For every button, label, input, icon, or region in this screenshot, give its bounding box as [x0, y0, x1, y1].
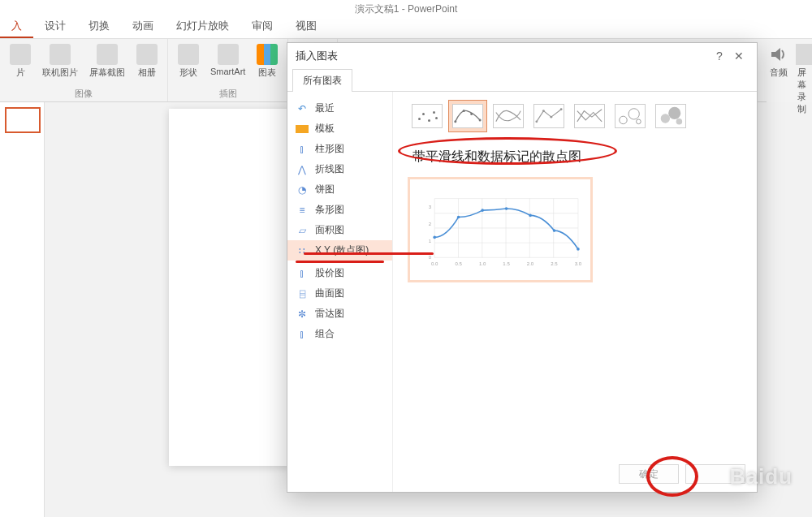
svg-point-5 [542, 110, 545, 112]
ok-button[interactable]: 确定 [619, 464, 679, 484]
subtype-straight-line[interactable] [570, 100, 609, 132]
record-icon [796, 44, 812, 65]
svg-text:0: 0 [429, 255, 432, 260]
svg-point-29 [505, 207, 508, 210]
speaker-icon [768, 44, 789, 65]
category-label: 柱形图 [315, 142, 344, 156]
dialog-help-button[interactable]: ? [710, 50, 729, 62]
svg-text:1.5: 1.5 [503, 261, 510, 266]
category-label: 面积图 [315, 223, 344, 237]
stock-chart-icon: ⫿ [296, 268, 309, 279]
slide-thumbnail-1[interactable] [5, 107, 41, 133]
svg-point-32 [577, 248, 580, 251]
bubble-icon [615, 104, 646, 128]
chart-button[interactable]: 图表 [255, 42, 279, 80]
svg-point-8 [620, 116, 627, 123]
tab-design[interactable]: 设计 [33, 15, 77, 38]
category-bar[interactable]: ≡条形图 [287, 200, 392, 220]
cancel-button[interactable] [685, 464, 745, 484]
tab-view[interactable]: 视图 [284, 15, 328, 38]
dialog-close-button[interactable]: ✕ [729, 50, 749, 62]
svg-point-26 [433, 236, 436, 239]
pictures-button[interactable]: 片 [8, 42, 32, 80]
svg-text:0.5: 0.5 [455, 261, 462, 266]
subtype-bubble[interactable] [611, 100, 650, 132]
category-combo[interactable]: ⫿组合 [287, 324, 392, 344]
group-media: 音频 屏幕录制 [767, 39, 812, 102]
svg-text:3.0: 3.0 [575, 261, 582, 266]
chart-subtype-row [408, 100, 742, 132]
templates-icon [296, 125, 309, 133]
subtype-scatter[interactable] [408, 100, 447, 132]
picture-icon [10, 44, 31, 65]
svg-text:2: 2 [429, 222, 432, 226]
category-line[interactable]: ⋀折线图 [287, 159, 392, 179]
tab-insert[interactable]: 入 [0, 15, 33, 38]
tab-transitions[interactable]: 切换 [77, 15, 121, 38]
category-label: 模板 [315, 122, 335, 136]
photo-album-button[interactable]: 相册 [135, 42, 159, 80]
chart-label: 图表 [258, 67, 276, 79]
scatter-icon [412, 104, 443, 128]
area-chart-icon: ▱ [296, 225, 309, 236]
combo-chart-icon: ⫿ [296, 329, 309, 340]
chart-preview-svg: 0.00.51.01.52.02.53.0 0123 [418, 187, 582, 275]
category-scatter[interactable]: ∷X Y (散点图) [287, 240, 392, 261]
subtype-smooth-markers[interactable] [448, 100, 487, 132]
chart-category-list: ↶最近 模板 ⫿柱形图 ⋀折线图 ◔饼图 ≡条形图 ▱面积图 ∷X Y (散点图… [287, 92, 393, 492]
dialog-titlebar: 插入图表 ? ✕ [287, 43, 757, 69]
category-label: 饼图 [315, 183, 335, 196]
svg-point-10 [637, 119, 641, 124]
svg-point-1 [463, 110, 465, 112]
smartart-button[interactable]: SmartArt [209, 42, 247, 80]
svg-text:1.0: 1.0 [479, 261, 486, 266]
category-pie[interactable]: ◔饼图 [287, 179, 392, 200]
online-pictures-label: 联机图片 [42, 67, 78, 79]
smooth-line-icon [493, 104, 524, 128]
straight-markers-icon [533, 104, 564, 128]
audio-label: 音频 [770, 67, 788, 79]
shapes-button[interactable]: 形状 [176, 42, 201, 80]
category-stock[interactable]: ⫿股价图 [287, 263, 392, 283]
svg-point-31 [553, 229, 556, 232]
online-pictures-button[interactable]: 联机图片 [41, 42, 80, 80]
screen-recording-button[interactable]: 屏幕录制 [796, 42, 812, 117]
surface-chart-icon: ⌸ [296, 288, 309, 299]
subtype-bubble-3d[interactable] [651, 100, 690, 132]
tab-slideshow[interactable]: 幻灯片放映 [165, 15, 240, 38]
svg-point-11 [661, 114, 670, 123]
category-label: 股价图 [315, 266, 344, 280]
insert-chart-dialog: 插入图表 ? ✕ 所有图表 ↶最近 模板 ⫿柱形图 ⋀折线图 ◔饼图 ≡条形图 … [287, 42, 758, 493]
svg-point-6 [550, 116, 552, 118]
chart-preview[interactable]: 0.00.51.01.52.02.53.0 0123 [408, 177, 593, 282]
ribbon-tabs: 入 设计 切换 动画 幻灯片放映 审阅 视图 [0, 18, 812, 39]
audio-button[interactable]: 音频 [767, 42, 791, 80]
chart-icon [257, 44, 278, 65]
bubble-3d-icon [655, 104, 686, 128]
tab-animations[interactable]: 动画 [121, 15, 165, 38]
svg-point-7 [560, 108, 563, 110]
svg-text:0.0: 0.0 [431, 261, 438, 266]
category-label: 组合 [315, 327, 335, 341]
radar-chart-icon: ✼ [296, 308, 309, 320]
category-column[interactable]: ⫿柱形图 [287, 139, 392, 159]
category-radar[interactable]: ✼雷达图 [287, 304, 392, 324]
shapes-icon [178, 44, 199, 65]
dialog-body: ↶最近 模板 ⫿柱形图 ⋀折线图 ◔饼图 ≡条形图 ▱面积图 ∷X Y (散点图… [287, 92, 757, 492]
screenshot-button[interactable]: 屏幕截图 [88, 42, 127, 80]
straight-line-icon [574, 104, 605, 128]
subtype-straight-markers[interactable] [529, 100, 568, 132]
category-recent[interactable]: ↶最近 [287, 98, 392, 118]
svg-point-3 [479, 118, 482, 121]
dialog-tab-all-charts[interactable]: 所有图表 [292, 69, 352, 92]
svg-point-9 [628, 109, 639, 119]
subtype-smooth-line[interactable] [489, 100, 528, 132]
category-surface[interactable]: ⌸曲面图 [287, 283, 392, 304]
recent-icon: ↶ [296, 103, 309, 114]
category-area[interactable]: ▱面积图 [287, 220, 392, 240]
tab-review[interactable]: 审阅 [240, 15, 284, 38]
screenshot-icon [97, 44, 118, 65]
slide-thumbnails [0, 102, 45, 517]
category-templates[interactable]: 模板 [287, 118, 392, 139]
svg-text:1: 1 [429, 239, 432, 243]
